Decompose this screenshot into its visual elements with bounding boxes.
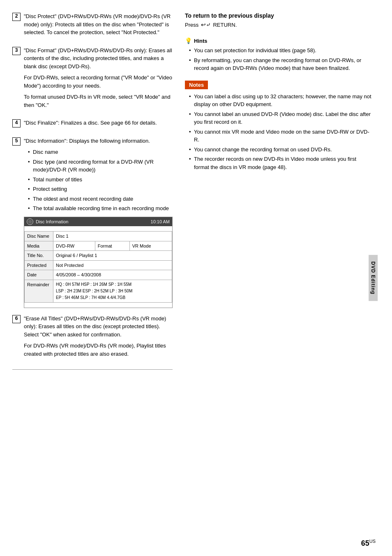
remainder-line2: LSP : 2H 23M ESP : 2H 52M LP : 3H 50M (56, 289, 132, 293)
item-6: 6 "Erase All Titles" (DVD+RWs/DVD-RWs/DV… (12, 315, 173, 361)
item-2-text: "Disc Protect" (DVD+RWs/DVD-RWs (VR mode… (24, 12, 173, 37)
page-num-suffix: US (369, 539, 376, 544)
item-3-text-1: "Disc Format" (DVD+RWs/DVD-RWs/DVD-Rs on… (24, 46, 173, 71)
item-4-text: "Disc Finalize": Finalizes a disc. See p… (24, 119, 173, 127)
disc-table: Disc Name Disc 1 Media DVD-RW Format VR … (24, 231, 172, 303)
item-number-6: 6 (12, 315, 21, 323)
bullet-total-titles: Total number of titles (28, 176, 173, 184)
return-label: RETURN. (213, 22, 237, 28)
notes-list: You can label a disc using up to 32 char… (189, 93, 371, 171)
bullet-protect: Protect setting (28, 185, 173, 193)
item-3: 3 "Disc Format" (DVD+RWs/DVD-RWs/DVD-Rs … (12, 46, 173, 113)
table-row-media: Media DVD-RW Format VR Mode (25, 241, 172, 251)
item-5-text: "Disc Information": Displays the followi… (24, 137, 173, 145)
note-5: The recorder records on new DVD-Rs in Vi… (189, 155, 371, 171)
hints-list: You can set protection for individual ti… (189, 46, 371, 72)
bottom-divider (12, 369, 173, 370)
item-number-3: 3 (12, 47, 21, 55)
note-3: You cannot mix VR mode and Video mode on… (189, 128, 371, 144)
bullet-recording-time: The total available recording time in ea… (28, 204, 173, 213)
dvd-icon (27, 218, 33, 225)
note-2: You cannot label an unused DVD-R (Video … (189, 110, 371, 126)
disc-info-table-container: Disc Information 10:10 AM Disc Name Disc… (24, 217, 173, 308)
item-6-content: "Erase All Titles" (DVD+RWs/DVD-RWs/DVD-… (24, 315, 173, 361)
hints-label: Hints (194, 38, 208, 44)
return-press: Press (185, 22, 198, 28)
value-disc-name: Disc 1 (53, 232, 172, 241)
label-remainder: Remainder (25, 280, 53, 302)
left-column: 2 "Disc Protect" (DVD+RWs/DVD-RWs (VR mo… (12, 12, 173, 544)
right-column: To return to the previous display Press … (185, 12, 384, 544)
hints-section: 💡 Hints You can set protection for indiv… (185, 37, 371, 72)
return-text: Press ↩⤶ RETURN. (185, 21, 371, 29)
item-number-2: 2 (12, 13, 21, 21)
hints-icon: 💡 (185, 37, 192, 44)
item-number-5: 5 (12, 137, 21, 146)
return-icon: ↩⤶ (201, 21, 211, 28)
disc-info-label: Disc Information (36, 218, 68, 225)
value-media: DVD-RW (53, 241, 95, 251)
page-number: 65US (361, 539, 376, 548)
value-protected: Not Protected (53, 260, 172, 270)
item-number-4: 4 (12, 119, 21, 127)
table-row-titleno: Title No. Original 6 / Playlist 1 (25, 251, 172, 261)
table-row-date: Date 4/05/2008 – 4/30/2008 (25, 270, 172, 280)
page-num-value: 65 (361, 539, 369, 547)
return-section: To return to the previous display Press … (185, 12, 371, 29)
item-6-text-1: "Erase All Titles" (DVD+RWs/DVD-RWs/DVD-… (24, 315, 173, 339)
note-4: You cannot change the recording format o… (189, 146, 371, 154)
disc-table-header: Disc Information 10:10 AM (24, 217, 172, 227)
item-6-text-2: For DVD-RWs (VR mode)/DVD-Rs (VR mode), … (24, 342, 173, 358)
label-disc-name: Disc Name (25, 232, 53, 241)
disc-info-time: 10:10 AM (151, 218, 170, 225)
item-3-content: "Disc Format" (DVD+RWs/DVD-RWs/DVD-Rs on… (24, 46, 173, 113)
notes-title: Notes (185, 81, 208, 89)
item-4: 4 "Disc Finalize": Finalizes a disc. See… (12, 119, 173, 130)
item-3-text-3: To format unused DVD-Rs in VR mode, sele… (24, 93, 173, 109)
value-title-no: Original 6 / Playlist 1 (53, 251, 172, 261)
item-2: 2 "Disc Protect" (DVD+RWs/DVD-RWs (VR mo… (12, 12, 173, 40)
item-4-content: "Disc Finalize": Finalizes a disc. See p… (24, 119, 173, 130)
hint-2: By reformatting, you can change the reco… (189, 56, 371, 72)
value-remainder: HQ : 0H 57M HSP : 1H 26M SP : 1H 55M LSP… (53, 280, 172, 302)
side-tab: DVD Editing (369, 255, 378, 301)
table-row-protected: Protected Not Protected (25, 260, 172, 270)
label-date: Date (25, 270, 53, 280)
value-date: 4/05/2008 – 4/30/2008 (53, 270, 172, 280)
item-5-content: "Disc Information": Displays the followi… (24, 137, 173, 308)
value-format: VR Mode (129, 241, 172, 251)
note-1: You can label a disc using up to 32 char… (189, 93, 371, 109)
bullet-date: The oldest and most recent recording dat… (28, 195, 173, 203)
item-5: 5 "Disc Information": Displays the follo… (12, 137, 173, 308)
label-media: Media (25, 241, 53, 251)
table-row-remainder: Remainder HQ : 0H 57M HSP : 1H 26M SP : … (25, 280, 172, 302)
remainder-line1: HQ : 0H 57M HSP : 1H 26M SP : 1H 55M (56, 282, 131, 287)
table-row-discname: Disc Name Disc 1 (25, 232, 172, 241)
remainder-line3: EP : 5H 46M SLP : 7H 40M 4.4/4.7GB (56, 295, 125, 300)
notes-section: Notes You can label a disc using up to 3… (185, 81, 371, 171)
label-format: Format (95, 241, 129, 251)
label-title-no: Title No. (25, 251, 53, 261)
hint-1: You can set protection for individual ti… (189, 46, 371, 55)
hints-title: 💡 Hints (185, 37, 371, 44)
bullet-disc-name: Disc name (28, 148, 173, 156)
item-3-text-2: For DVD-RWs, select a recording format (… (24, 74, 173, 90)
return-title: To return to the previous display (185, 12, 371, 19)
item-2-content: "Disc Protect" (DVD+RWs/DVD-RWs (VR mode… (24, 12, 173, 40)
item-5-bullets: Disc name Disc type (and recording forma… (28, 148, 173, 213)
label-protected: Protected (25, 260, 53, 270)
bullet-disc-type: Disc type (and recording format for a DV… (28, 158, 173, 174)
